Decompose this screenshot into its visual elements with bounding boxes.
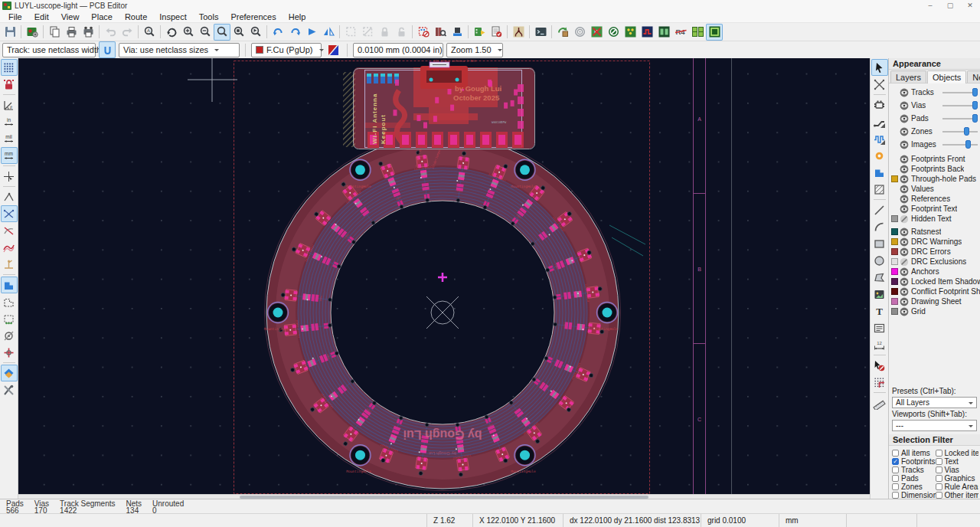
net-x-button[interactable]: P [588, 24, 605, 41]
filter-locked-items[interactable]: Locked items [936, 449, 979, 457]
via-size-dropdown[interactable]: Via: use netclass sizes [119, 43, 240, 57]
opacity-slider[interactable] [942, 114, 978, 123]
rats-x-button[interactable] [1, 205, 18, 222]
horizontal-scrollbar[interactable] [18, 494, 870, 499]
visibility-eye-icon[interactable] [900, 155, 909, 164]
filter-zones[interactable]: Zones [892, 483, 936, 490]
visibility-eye-icon[interactable] [900, 205, 909, 214]
unlock-button[interactable] [393, 24, 410, 41]
checkbox[interactable] [892, 450, 899, 457]
arc-button[interactable] [871, 218, 888, 235]
tune-button[interactable] [639, 24, 655, 41]
via-sketch-button[interactable] [1, 344, 18, 361]
zoom-fit-button[interactable] [214, 24, 230, 41]
presets-select[interactable]: All Layers [892, 397, 977, 408]
zone-sketch-button[interactable] [1, 293, 18, 310]
poly-button[interactable] [871, 269, 888, 286]
color-swatch[interactable] [891, 215, 898, 222]
visibility-eye-icon[interactable] [900, 114, 909, 123]
visibility-eye-icon[interactable] [900, 195, 909, 204]
import-button[interactable] [554, 24, 571, 41]
origin-button[interactable] [871, 374, 888, 391]
dim-button[interactable]: 12 [871, 336, 888, 353]
grid-lock-button[interactable] [1, 76, 18, 93]
opacity-slider[interactable] [942, 127, 978, 136]
menu-route[interactable]: Route [119, 11, 153, 22]
menu-file[interactable]: File [2, 11, 28, 22]
pad-sketch-button[interactable] [1, 327, 18, 344]
select-button[interactable] [871, 59, 888, 76]
parts-button[interactable] [655, 24, 672, 41]
color-swatch[interactable] [891, 228, 898, 235]
polar-button[interactable]: θ [1, 97, 18, 113]
filter-dimensions[interactable]: Dimensions [892, 491, 936, 499]
layers-mgr-button[interactable] [1, 365, 18, 381]
fp-sketch-button[interactable] [1, 310, 18, 327]
layer-pair-toggle[interactable] [325, 41, 341, 58]
r4-button[interactable]: R4 [672, 24, 689, 41]
text-button[interactable]: T [871, 303, 888, 319]
filter-rule-areas[interactable]: Rule Areas [936, 483, 979, 490]
horizontal-scrollbar-thumb[interactable] [240, 496, 648, 499]
close-button[interactable]: ✕ [960, 0, 980, 11]
console-button[interactable] [532, 24, 549, 41]
visibility-eye-icon[interactable] [900, 247, 909, 257]
opacity-slider[interactable] [942, 88, 978, 97]
color-swatch[interactable] [891, 175, 898, 182]
checkbox[interactable] [936, 466, 942, 473]
layer-dropdown[interactable]: F.Cu (PgUp) [251, 43, 322, 57]
menu-edit[interactable]: Edit [28, 11, 55, 22]
minimize-button[interactable]: – [920, 0, 940, 11]
mirror-button[interactable] [320, 24, 337, 41]
meander-button[interactable] [871, 130, 888, 147]
ratsnest-button[interactable] [510, 24, 527, 41]
grid-button[interactable] [1, 59, 18, 76]
checkbox[interactable]: ✓ [892, 458, 899, 465]
visibility-eye-icon[interactable] [900, 257, 909, 267]
fp-browse-button[interactable] [432, 24, 449, 41]
fp-edit-button[interactable] [415, 24, 432, 41]
pcb-canvas[interactable]: ABC100n131217*R0437100n131217*R0437100n1… [18, 58, 870, 499]
add-zone-button[interactable] [871, 164, 888, 181]
grids2-button[interactable] [689, 24, 706, 41]
maximize-button[interactable]: ▢ [940, 0, 960, 11]
zoom-in-button[interactable] [180, 24, 197, 41]
filter-tracks[interactable]: Tracks [892, 466, 936, 473]
coil-button[interactable] [571, 24, 588, 41]
lock-button[interactable] [376, 24, 393, 41]
checkbox[interactable] [936, 483, 942, 490]
visibility-eye-icon[interactable] [900, 287, 909, 296]
color-swatch[interactable] [891, 238, 898, 245]
save-button[interactable] [2, 24, 18, 41]
visibility-eye-icon[interactable] [900, 267, 909, 277]
visibility-eye-icon[interactable] [900, 227, 909, 237]
menu-help[interactable]: Help [283, 11, 312, 22]
unit-mm-button[interactable]: mm [1, 147, 18, 164]
add-fp-button[interactable] [871, 97, 888, 113]
zoom-out-button[interactable] [197, 24, 214, 41]
visibility-eye-icon[interactable] [900, 307, 909, 316]
filter-footprints[interactable]: ✓Footprints [892, 457, 936, 465]
checkbox[interactable] [936, 492, 942, 499]
tab-nets[interactable]: Nets [967, 70, 980, 83]
update-pcb-button[interactable] [471, 24, 488, 41]
filter-pads[interactable]: Pads [892, 474, 936, 482]
image-button[interactable] [871, 286, 888, 303]
board-setup-button[interactable] [24, 24, 41, 41]
color-swatch[interactable] [891, 308, 898, 315]
zoom-sel-button[interactable] [247, 24, 264, 41]
props-button[interactable] [1, 381, 18, 398]
find-button[interactable]: A [141, 24, 158, 41]
tab-objects[interactable]: Objects [927, 70, 966, 83]
filter-text[interactable]: Text [936, 457, 979, 465]
ungroup-button[interactable] [359, 24, 376, 41]
visibility-eye-icon[interactable] [900, 277, 909, 286]
visibility-eye-icon[interactable] [900, 214, 909, 224]
checkbox[interactable] [892, 466, 899, 473]
cluster-button[interactable] [622, 24, 639, 41]
checkbox[interactable] [936, 475, 942, 482]
menu-preferences[interactable]: Preferences [224, 11, 282, 22]
zoom-dropdown[interactable]: Zoom 1.50 [446, 43, 503, 57]
tab-layers[interactable]: Layers [890, 70, 926, 83]
rot-ccw-button[interactable] [270, 24, 286, 41]
